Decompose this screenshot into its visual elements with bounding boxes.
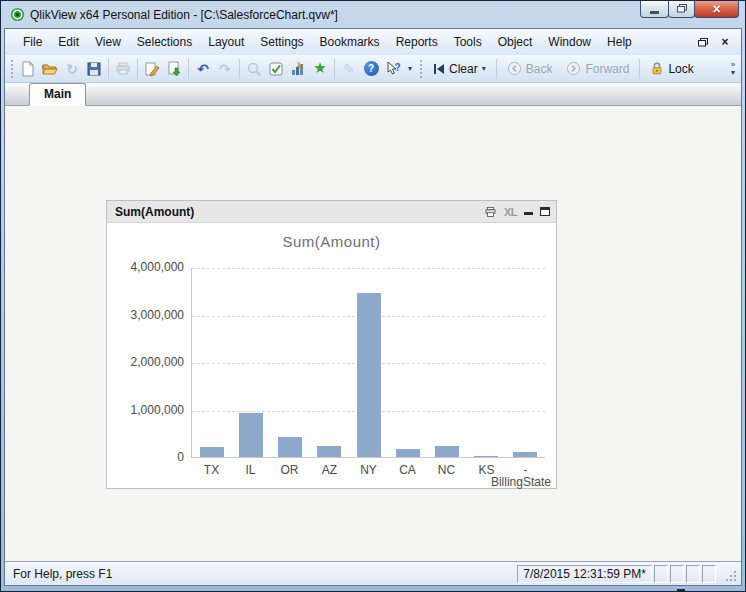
toolbar-separator [639, 59, 640, 79]
bar-TX[interactable] [200, 447, 224, 457]
x-tick-label: - [506, 463, 545, 477]
chart-object-window[interactable]: Sum(Amount) XL [106, 200, 557, 489]
help-button[interactable]: ? [360, 58, 382, 80]
chart-minimize-button[interactable] [524, 205, 533, 219]
x-tick-label: KS [467, 463, 506, 477]
bar-IL[interactable] [239, 413, 263, 457]
chart-caption-icons: XL [484, 205, 550, 219]
print-button[interactable] [112, 58, 134, 80]
toolbar-drag-handle[interactable] [10, 60, 14, 78]
status-panel [670, 565, 684, 583]
y-tick-label: 4,000,000 [112, 260, 184, 274]
notes-button[interactable]: ✎ [338, 58, 360, 80]
resize-grip[interactable] [722, 567, 738, 583]
mdi-close-button[interactable]: × [717, 35, 733, 49]
x-tick-label: TX [192, 463, 231, 477]
redo-button[interactable]: ↷ [214, 58, 236, 80]
x-axis-title: BillingState [491, 475, 551, 489]
close-button[interactable]: × [694, 0, 739, 18]
clear-dropdown-caret-icon: ▾ [482, 64, 486, 73]
clear-button-label: Clear [449, 62, 478, 76]
x-tick-label: AZ [310, 463, 349, 477]
back-button[interactable]: Back [500, 58, 560, 80]
whats-this-button[interactable]: ? [382, 58, 404, 80]
reload-data-button[interactable] [163, 58, 185, 80]
mdi-minimize-button[interactable] [673, 35, 689, 49]
add-bookmark-button[interactable]: ★ [309, 58, 331, 80]
status-panel [654, 565, 668, 583]
status-panel [686, 565, 700, 583]
toolbar-separator [239, 59, 240, 79]
restore-icon [677, 4, 687, 13]
menu-help[interactable]: Help [599, 31, 640, 53]
status-right-panels: 7/8/2015 12:31:59 PM* [517, 565, 738, 583]
search-button[interactable] [243, 58, 265, 80]
lock-button[interactable]: Lock [643, 58, 700, 80]
bar-NY[interactable] [357, 293, 381, 457]
menu-file[interactable]: File [15, 31, 50, 53]
current-selections-icon [268, 61, 284, 77]
toolbar-more-buttons[interactable]: » ▾ [727, 58, 739, 80]
edit-script-button[interactable] [141, 58, 163, 80]
menu-edit[interactable]: Edit [50, 31, 87, 53]
y-tick-label: 1,000,000 [112, 403, 184, 417]
svg-text:?: ? [395, 62, 401, 73]
current-selections-button[interactable] [265, 58, 287, 80]
menu-tools[interactable]: Tools [446, 31, 490, 53]
minimize-button[interactable] [640, 0, 669, 18]
menu-reports[interactable]: Reports [388, 31, 446, 53]
mdi-restore-button[interactable] [695, 35, 711, 49]
x-tick-label: IL [231, 463, 270, 477]
menu-settings[interactable]: Settings [252, 31, 311, 53]
menu-bookmarks[interactable]: Bookmarks [312, 31, 388, 53]
back-button-label: Back [526, 62, 553, 76]
chart-export-excel-button[interactable]: XL [504, 205, 517, 219]
mdi-restore-icon [698, 38, 708, 47]
bar--[interactable] [513, 452, 537, 457]
bar-CA[interactable] [396, 449, 420, 457]
menu-selections[interactable]: Selections [129, 31, 200, 53]
refresh-button[interactable]: ↻ [61, 58, 83, 80]
print-icon [115, 61, 131, 77]
forward-button-label: Forward [585, 62, 629, 76]
menu-view[interactable]: View [87, 31, 129, 53]
tab-main[interactable]: Main [29, 83, 86, 106]
title-bar[interactable]: QlikView x64 Personal Edition - [C:\Sale… [4, 1, 742, 28]
toolbar-drag-handle[interactable] [419, 60, 423, 78]
undo-button[interactable]: ↶ [192, 58, 214, 80]
bar-OR[interactable] [278, 437, 302, 457]
open-file-button[interactable] [39, 58, 61, 80]
chart-print-button[interactable] [484, 205, 497, 219]
toolbar-overflow-button[interactable]: ▾ [404, 58, 416, 80]
bar-AZ[interactable] [317, 446, 341, 457]
back-icon [507, 61, 522, 76]
new-file-button[interactable] [17, 58, 39, 80]
printer-icon [484, 206, 497, 218]
y-tick-label: 2,000,000 [112, 355, 184, 369]
window-controls: × [641, 0, 739, 18]
bar-KS[interactable] [474, 456, 498, 457]
new-file-icon [20, 61, 36, 77]
menu-layout[interactable]: Layout [200, 31, 252, 53]
chart-caption-bar[interactable]: Sum(Amount) XL [107, 201, 556, 223]
x-tick-label: NY [349, 463, 388, 477]
refresh-icon: ↻ [66, 62, 78, 76]
toolbar-separator [188, 59, 189, 79]
menu-window[interactable]: Window [540, 31, 599, 53]
menu-object[interactable]: Object [490, 31, 541, 53]
clear-button[interactable]: Clear ▾ [426, 58, 493, 80]
quick-chart-wizard-button[interactable] [287, 58, 309, 80]
x-tick-label: NC [427, 463, 466, 477]
status-help-text: For Help, press F1 [13, 567, 112, 581]
chart-maximize-button[interactable] [540, 205, 550, 219]
close-icon: × [712, 2, 720, 16]
overflow-caret-icon: ▾ [731, 69, 735, 76]
save-button[interactable] [83, 58, 105, 80]
toolbar-separator [496, 59, 497, 79]
menu-bar: File Edit View Selections Layout Setting… [5, 29, 741, 55]
forward-button[interactable]: Forward [559, 58, 636, 80]
bar-NC[interactable] [435, 446, 459, 457]
restore-button[interactable] [668, 0, 695, 18]
sheet-tab-strip: Main [5, 83, 741, 106]
status-bar: For Help, press F1 7/8/2015 12:31:59 PM* [5, 561, 741, 585]
